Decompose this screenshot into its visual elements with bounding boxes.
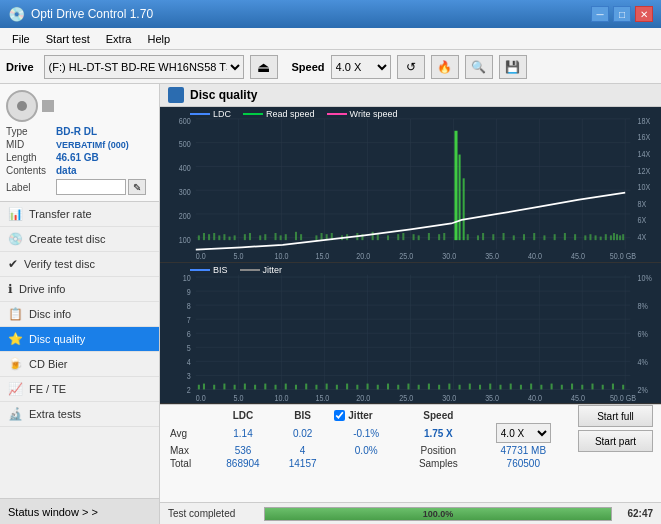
svg-text:2: 2 bbox=[187, 385, 191, 395]
verify-test-disc-icon: ✔ bbox=[8, 257, 18, 271]
svg-rect-67 bbox=[438, 234, 440, 240]
sidebar-item-create-test-disc[interactable]: 💿 Create test disc bbox=[0, 227, 159, 252]
disc-quality-header: Disc quality bbox=[160, 84, 661, 107]
transfer-rate-label: Transfer rate bbox=[29, 208, 92, 220]
svg-rect-56 bbox=[372, 232, 374, 240]
menu-file[interactable]: File bbox=[4, 31, 38, 47]
sidebar-item-extra-tests[interactable]: 🔬 Extra tests bbox=[0, 402, 159, 427]
svg-rect-174 bbox=[581, 384, 583, 389]
sidebar-item-disc-info[interactable]: 📋 Disc info bbox=[0, 302, 159, 327]
save-button[interactable]: 💾 bbox=[499, 55, 527, 79]
verify-test-disc-label: Verify test disc bbox=[24, 258, 95, 270]
label-field-label: Label bbox=[6, 182, 56, 193]
svg-rect-62 bbox=[418, 235, 420, 240]
svg-rect-162 bbox=[459, 384, 461, 389]
svg-rect-63 bbox=[454, 131, 457, 240]
close-button[interactable]: ✕ bbox=[635, 6, 653, 22]
svg-rect-165 bbox=[489, 383, 491, 389]
svg-rect-176 bbox=[602, 384, 604, 389]
menu-help[interactable]: Help bbox=[139, 31, 178, 47]
start-part-button[interactable]: Start part bbox=[578, 430, 653, 452]
status-window-bar[interactable]: Status window > > bbox=[0, 498, 159, 524]
maximize-button[interactable]: □ bbox=[613, 6, 631, 22]
svg-text:25.0: 25.0 bbox=[399, 252, 413, 262]
svg-rect-43 bbox=[275, 233, 277, 240]
svg-text:25.0: 25.0 bbox=[399, 393, 413, 403]
disc-label-row: Label ✎ bbox=[6, 179, 153, 195]
svg-rect-42 bbox=[264, 234, 266, 240]
label-edit-button[interactable]: ✎ bbox=[128, 179, 146, 195]
disc-type-row: Type BD-R DL bbox=[6, 126, 153, 137]
bis-legend: BIS bbox=[190, 265, 228, 275]
sidebar-item-verify-test-disc[interactable]: ✔ Verify test disc bbox=[0, 252, 159, 277]
read-label: Read speed bbox=[266, 109, 315, 119]
speed-select-cell[interactable]: 4.0 X bbox=[475, 422, 572, 444]
type-value: BD-R DL bbox=[56, 126, 97, 137]
col-speed-hdr: Speed bbox=[402, 409, 475, 422]
svg-rect-83 bbox=[595, 235, 597, 240]
svg-text:9: 9 bbox=[187, 287, 191, 297]
eject-button[interactable]: ⏏ bbox=[250, 55, 278, 79]
svg-text:8%: 8% bbox=[637, 301, 647, 311]
svg-text:45.0: 45.0 bbox=[571, 393, 585, 403]
svg-rect-44 bbox=[280, 235, 282, 240]
sidebar-item-cd-bier[interactable]: 🍺 CD Bier bbox=[0, 352, 159, 377]
svg-rect-163 bbox=[469, 383, 471, 389]
label-input[interactable] bbox=[56, 179, 126, 195]
svg-rect-161 bbox=[448, 383, 450, 389]
chart1-legend: LDC Read speed Write speed bbox=[190, 109, 397, 119]
length-value: 46.61 GB bbox=[56, 152, 99, 163]
svg-text:30.0: 30.0 bbox=[442, 252, 456, 262]
menu-bar: File Start test Extra Help bbox=[0, 28, 661, 50]
chart2-legend: BIS Jitter bbox=[190, 265, 282, 275]
position-label: Position bbox=[402, 444, 475, 457]
disc-details: Type BD-R DL MID VERBATIMf (000) Length … bbox=[6, 126, 153, 195]
svg-rect-139 bbox=[223, 383, 225, 389]
svg-text:20.0: 20.0 bbox=[356, 252, 370, 262]
disc-action-icon[interactable] bbox=[42, 100, 54, 112]
svg-rect-157 bbox=[407, 383, 409, 389]
scan-button[interactable]: 🔍 bbox=[465, 55, 493, 79]
svg-rect-137 bbox=[203, 383, 205, 389]
svg-rect-59 bbox=[397, 234, 399, 240]
svg-rect-149 bbox=[326, 383, 328, 389]
jitter-checkbox[interactable] bbox=[334, 410, 345, 421]
svg-rect-90 bbox=[622, 234, 624, 240]
burn-button[interactable]: 🔥 bbox=[431, 55, 459, 79]
jitter-label-chart: Jitter bbox=[263, 265, 283, 275]
speed-select-stats[interactable]: 4.0 X bbox=[496, 423, 551, 443]
sidebar-item-disc-quality[interactable]: ⭐ Disc quality bbox=[0, 327, 159, 352]
avg-bis: 0.02 bbox=[275, 422, 330, 444]
sidebar-item-drive-info[interactable]: ℹ Drive info bbox=[0, 277, 159, 302]
action-buttons: Start full Start part bbox=[578, 405, 653, 502]
disc-mid-row: MID VERBATIMf (000) bbox=[6, 139, 153, 150]
svg-rect-37 bbox=[229, 237, 231, 241]
create-test-disc-label: Create test disc bbox=[29, 233, 105, 245]
minimize-button[interactable]: ─ bbox=[591, 6, 609, 22]
svg-text:7: 7 bbox=[187, 315, 191, 325]
sidebar-item-fe-te[interactable]: 📈 FE / TE bbox=[0, 377, 159, 402]
sidebar-item-transfer-rate[interactable]: 📊 Transfer rate bbox=[0, 202, 159, 227]
svg-rect-154 bbox=[377, 384, 379, 389]
svg-rect-148 bbox=[315, 384, 317, 389]
speed-select[interactable]: 4.0 X bbox=[331, 55, 391, 79]
jitter-legend: Jitter bbox=[240, 265, 283, 275]
progress-bar-container: 100.0% bbox=[264, 507, 612, 521]
menu-extra[interactable]: Extra bbox=[98, 31, 140, 47]
drive-select[interactable]: (F:) HL-DT-ST BD-RE WH16NS58 TST4 bbox=[44, 55, 244, 79]
svg-rect-32 bbox=[203, 233, 205, 240]
refresh-button[interactable]: ↺ bbox=[397, 55, 425, 79]
svg-rect-68 bbox=[443, 233, 445, 240]
svg-rect-150 bbox=[336, 384, 338, 389]
total-jitter bbox=[330, 457, 402, 470]
chart-ldc: LDC Read speed Write speed bbox=[160, 107, 661, 263]
svg-rect-75 bbox=[523, 234, 525, 240]
menu-start-test[interactable]: Start test bbox=[38, 31, 98, 47]
svg-text:300: 300 bbox=[179, 187, 191, 197]
max-row: Max 536 4 0.0% Position 47731 MB bbox=[166, 444, 572, 457]
samples-label: Samples bbox=[402, 457, 475, 470]
svg-rect-72 bbox=[492, 234, 494, 240]
start-full-button[interactable]: Start full bbox=[578, 405, 653, 427]
svg-rect-39 bbox=[244, 234, 246, 240]
svg-rect-156 bbox=[397, 384, 399, 389]
